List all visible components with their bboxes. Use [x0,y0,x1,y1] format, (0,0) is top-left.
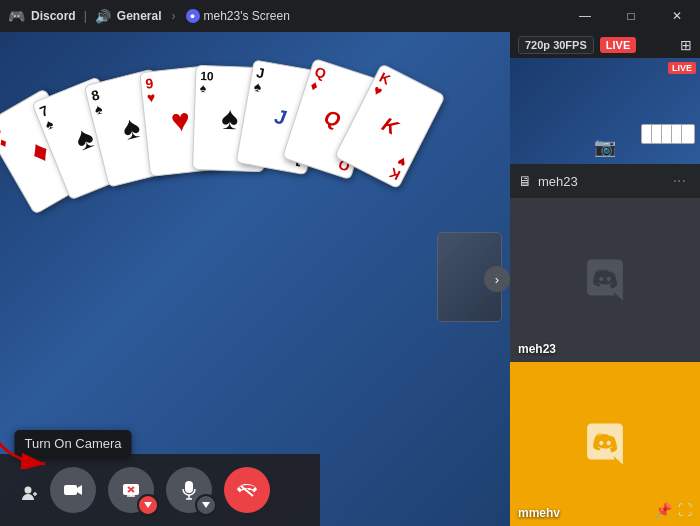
screen-name: meh23's Screen [204,9,290,23]
main-content: 6♦ ♦ 6♦ 7♠ ♠ 7♠ 8♠ ♠ 8♠ 9♥ ♥ 9♥ [0,32,700,526]
video-area: 6♦ ♦ 6♦ 7♠ ♠ 7♠ 8♠ ♠ 8♠ 9♥ ♥ 9♥ [0,32,510,526]
channel-name: General [117,9,162,23]
mic-arrow-button[interactable] [195,494,217,516]
camera-button-container: Turn On Camera [50,467,96,513]
app-title: Discord [31,9,76,23]
channel-icon: 🔊 [95,9,111,24]
window-controls: — □ ✕ [562,0,700,32]
svg-line-14 [241,486,253,496]
separator: | [84,9,87,23]
mic-button-group [166,467,212,513]
app-icon: 🎮 [8,8,25,24]
tile-meh23-username: meh23 [518,342,556,356]
maximize-button[interactable]: □ [608,0,654,32]
thumbnail-live-badge: LIVE [668,62,696,74]
live-badge: LIVE [600,37,636,53]
stop-sub-button[interactable] [137,494,159,516]
bottom-control-bar: Turn On Camera [0,454,320,526]
svg-rect-5 [64,485,77,495]
user-row-meh23: 🖥 meh23 ··· [510,164,700,198]
more-options-button[interactable]: ··· [667,170,692,192]
right-sidebar: 720p 30FPS LIVE ⊞ LIVE 📷 🖥 meh23 [510,32,700,526]
quality-badge: 720p 30FPS [518,36,594,54]
svg-rect-11 [185,481,193,493]
screen-share-label: ● meh23's Screen [186,9,290,23]
close-button[interactable]: ✕ [654,0,700,32]
pin-icon[interactable]: 📌 [655,502,672,518]
breadcrumb-sep: › [172,9,176,23]
end-call-button[interactable] [224,467,270,513]
sidebar-bottom-icons: 📌 ⛶ [510,502,700,518]
fullscreen-icon[interactable]: ⛶ [678,502,692,518]
discord-logo-mmehv [580,419,630,469]
monitor-icon: 🖥 [518,173,532,189]
stream-thumbnail: LIVE 📷 [510,58,700,164]
svg-point-0 [25,487,32,494]
user-meh23-label: meh23 [538,174,661,189]
discord-mini-icon: ● [186,9,200,23]
discord-logo-meh23 [580,255,630,305]
title-bar: 🎮 Discord | 🔊 General › ● meh23's Screen… [0,0,700,32]
user-tile-meh23: meh23 [510,198,700,362]
stop-screenshare-group [108,467,154,513]
thumbnail-camera-icon: 📷 [594,136,616,158]
quality-bar: 720p 30FPS LIVE ⊞ [510,32,700,58]
add-user-button[interactable] [12,476,48,512]
thumbnail-cards [641,124,695,144]
expand-button[interactable]: › [484,266,510,292]
solitaire-game: 6♦ ♦ 6♦ 7♠ ♠ 7♠ 8♠ ♠ 8♠ 9♥ ♥ 9♥ [0,32,510,526]
camera-button[interactable] [50,467,96,513]
minimize-button[interactable]: — [562,0,608,32]
grid-view-button[interactable]: ⊞ [680,37,692,53]
